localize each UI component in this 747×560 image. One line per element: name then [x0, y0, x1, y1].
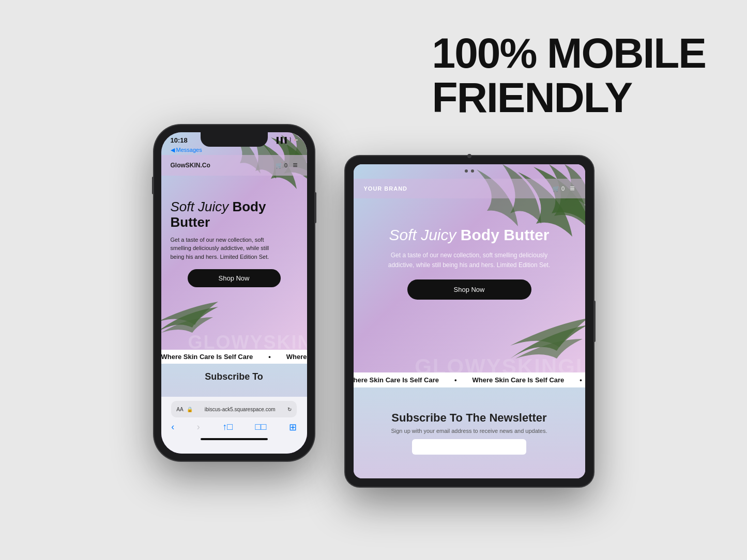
phone-home-bar: [201, 438, 268, 440]
tablet-device: GLOWYSKINGL Soft Juicy Body Butter Get a…: [345, 156, 593, 487]
headline-line2: FRIENDLY: [432, 75, 706, 120]
phone-device: 10:18 ▐▐▐ ⌇ ◀ Messages: [154, 125, 314, 461]
browser-back-btn[interactable]: ‹: [171, 422, 174, 433]
phone-browser-controls: ‹ › ↑□ □□ ⊞: [171, 422, 297, 433]
tablet-hero-description: Get a taste of our new collection, soft …: [387, 251, 552, 270]
phone-url-text: ibiscus-ack5.squarespace.com: [196, 407, 284, 412]
browser-tabs-btn[interactable]: ⊞: [289, 422, 297, 433]
phone-reload-icon[interactable]: ↻: [287, 407, 292, 412]
tablet-ticker-item-1: here Skin Care Is Self Care: [354, 376, 439, 384]
phone-hero-title: Soft Juicy Body Butter: [171, 199, 298, 230]
phone-aa-label: AA: [176, 407, 183, 412]
tablet-dot-2: [471, 169, 474, 173]
phone-lock-icon: 🔒: [187, 407, 193, 412]
phone-url-bar[interactable]: AA 🔒 ibiscus-ack5.squarespace.com ↻: [171, 401, 297, 417]
devices-wrapper: 10:18 ▐▐▐ ⌇ ◀ Messages: [154, 84, 593, 487]
phone-title-italic: Soft Juicy: [171, 199, 229, 214]
tablet-title-italic: Soft Juicy: [389, 226, 456, 243]
phone-hero-description: Get a taste of our new collection, soft …: [171, 236, 284, 261]
signal-icon: ▐▐▐: [275, 137, 286, 143]
phone-nav: GlowSKIN.Co 🛒 0 ≡: [161, 155, 307, 176]
phone-nav-right: 🛒 0 ≡: [276, 161, 298, 170]
tablet-menu-icon[interactable]: ≡: [570, 184, 574, 193]
tablet-palm-bottom-icon: [510, 307, 585, 359]
phone-shop-now-button[interactable]: Shop Now: [188, 269, 281, 287]
browser-forward-btn[interactable]: ›: [197, 422, 200, 433]
tablet-screen: GLOWYSKINGL Soft Juicy Body Butter Get a…: [354, 164, 585, 478]
tablet-ticker-separator-1: •: [454, 376, 457, 384]
browser-bookmarks-btn[interactable]: □□: [255, 422, 267, 433]
phone-browser-bar: AA 🔒 ibiscus-ack5.squarespace.com ↻ ‹ › …: [161, 397, 307, 454]
tablet-title-bold: Body Butter: [461, 226, 550, 243]
tablet-ticker-item-2: Where Skin Care Is Self Care: [472, 376, 565, 384]
wifi-icon: ⌇: [289, 136, 292, 143]
phone-content-area: Soft Juicy Body Butter Get a taste of ou…: [161, 199, 307, 287]
browser-share-btn[interactable]: ↑□: [222, 422, 233, 433]
tablet-hero-title: Soft Juicy Body Butter: [374, 226, 565, 244]
phone-ticker-item-3: Where Skin: [286, 353, 307, 361]
phone-ticker-item-1: Where Skin Care Is Self Care: [161, 353, 253, 361]
tablet-ticker: here Skin Care Is Self Care • Where Skin…: [354, 372, 585, 387]
tablet-cart-icon[interactable]: 🛒 0: [553, 185, 565, 192]
phone-time: 10:18: [171, 136, 188, 144]
tablet-bottom-section: Subscribe To The Newsletter Sign up with…: [354, 387, 585, 478]
phone-brand-label: GlowSKIN.Co: [171, 162, 210, 169]
headline-line1: 100% MOBILE: [432, 31, 706, 75]
tablet-email-input[interactable]: [412, 439, 526, 455]
tablet-brand-label: YOUR BRAND: [364, 185, 408, 192]
phone-palm-bottom-icon: [161, 291, 218, 333]
phone-back-label[interactable]: ◀ Messages: [171, 147, 202, 153]
tablet-subscribe-title: Subscribe To The Newsletter: [374, 411, 565, 425]
phone-cart-icon[interactable]: 🛒 0: [276, 162, 287, 169]
phone-status-icons: ▐▐▐ ⌇: [275, 136, 297, 143]
tablet-content-area: Soft Juicy Body Butter Get a taste of ou…: [354, 226, 585, 300]
tablet-nav-right: 🛒 0 ≡: [553, 184, 575, 193]
tablet-ticker-separator-2: •: [580, 376, 582, 384]
tablet-dot-1: [465, 169, 468, 173]
phone-screen: 10:18 ▐▐▐ ⌇ ◀ Messages: [161, 132, 307, 454]
phone-menu-icon[interactable]: ≡: [293, 161, 297, 170]
tablet-subscribe-subtitle: Sign up with your email address to recei…: [374, 428, 565, 434]
battery-icon: [294, 139, 298, 141]
phone-ticker: Where Skin Care Is Self Care • Where Ski…: [161, 350, 307, 364]
headline-block: 100% MOBILE FRIENDLY: [432, 31, 706, 120]
tablet-camera-dots: [465, 169, 474, 173]
tablet-shop-now-button[interactable]: Shop Now: [407, 279, 531, 300]
phone-subscribe-label: Subscribe To: [205, 371, 263, 382]
tablet-nav: YOUR BRAND 🛒 0 ≡: [354, 179, 585, 198]
phone-ticker-item-2: •: [268, 353, 271, 361]
